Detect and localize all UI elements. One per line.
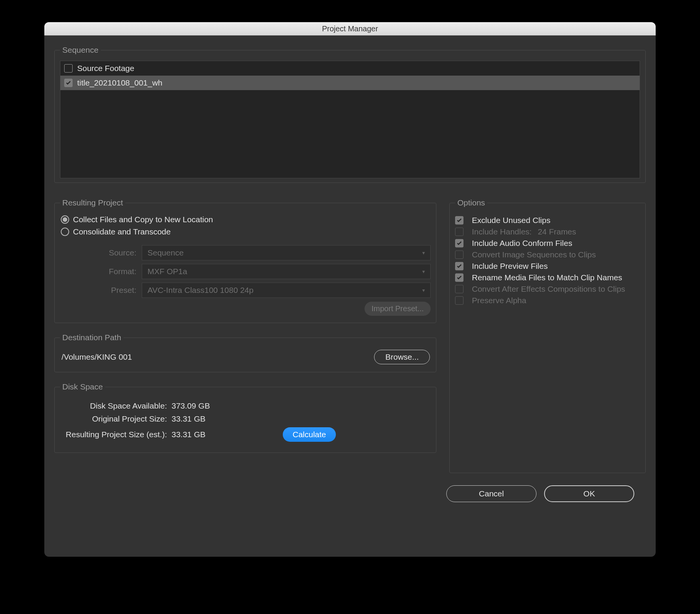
option-suffix: 24 Frames [538,227,576,236]
format-value: MXF OP1a [147,267,187,276]
disk-original-value: 33.31 GB [172,414,206,423]
source-select: Sequence ▾ [142,245,431,260]
import-preset-button: Import Preset... [365,302,431,316]
sequence-fieldset: Sequence Source Footage title_20210108_0… [54,45,646,183]
option-row: Convert Image Sequences to Clips [455,250,640,259]
checkbox-icon [455,296,463,305]
source-label: Source: [83,248,136,257]
checkbox-icon [455,250,463,259]
destination-fieldset: Destination Path /Volumes/KING 001 Brows… [54,333,436,372]
calculate-button[interactable]: Calculate [283,427,336,442]
option-row[interactable]: Include Preview Files [455,262,640,271]
radio-icon[interactable] [61,215,69,224]
options-fieldset: Options Exclude Unused ClipsInclude Hand… [449,198,646,473]
preset-select: AVC-Intra Class100 1080 24p ▾ [142,283,431,298]
option-label: Include Handles: [472,227,531,236]
disk-available-label: Disk Space Available: [60,401,167,410]
checkbox-icon[interactable] [64,64,73,73]
option-row: Convert After Effects Compositions to Cl… [455,284,640,294]
ok-button[interactable]: OK [544,485,634,502]
option-label: Include Preview Files [472,262,548,271]
option-row: Preserve Alpha [455,296,640,305]
radio-icon[interactable] [61,228,69,236]
destination-legend: Destination Path [60,333,123,342]
disk-space-fieldset: Disk Space Disk Space Available: 373.09 … [54,382,436,453]
sequence-list[interactable]: Source Footage title_20210108_001_wh [60,61,640,178]
chevron-down-icon: ▾ [422,250,425,256]
option-row: Include Handles: 24 Frames [455,227,640,236]
disk-original-label: Original Project Size: [60,414,167,423]
checkbox-icon[interactable] [64,79,73,87]
sequence-row[interactable]: title_20210108_001_wh [60,76,640,90]
option-label: Convert Image Sequences to Clips [472,250,596,259]
checkbox-icon [455,285,463,293]
option-row[interactable]: Include Audio Conform Files [455,239,640,248]
window-title: Project Manager [322,24,378,33]
browse-button[interactable]: Browse... [374,350,430,364]
options-legend: Options [455,198,487,207]
checkbox-icon[interactable] [455,273,463,282]
checkbox-icon[interactable] [455,239,463,247]
sequence-row[interactable]: Source Footage [60,61,640,76]
resulting-legend: Resulting Project [60,198,125,207]
option-row[interactable]: Exclude Unused Clips [455,216,640,225]
option-row[interactable]: Rename Media Files to Match Clip Names [455,273,640,282]
option-label: Convert After Effects Compositions to Cl… [472,284,625,294]
preset-label: Preset: [83,286,136,295]
radio-label: Consolidate and Transcode [73,227,171,236]
source-value: Sequence [147,248,184,257]
preset-value: AVC-Intra Class100 1080 24p [147,286,253,295]
project-manager-window: Project Manager Sequence Source Footage … [44,22,656,557]
format-label: Format: [83,267,136,276]
option-label: Include Audio Conform Files [472,239,572,248]
checkbox-icon [455,228,463,236]
radio-label: Collect Files and Copy to New Location [73,215,213,224]
sequence-item-label: title_20210108_001_wh [77,78,162,87]
radio-collect[interactable]: Collect Files and Copy to New Location [61,215,431,224]
option-label: Rename Media Files to Match Clip Names [472,273,622,282]
chevron-down-icon: ▾ [422,287,425,293]
format-select: MXF OP1a ▾ [142,264,431,279]
disk-resulting-value: 33.31 GB [172,430,206,439]
chevron-down-icon: ▾ [422,268,425,275]
cancel-button[interactable]: Cancel [446,485,536,502]
destination-path: /Volumes/KING 001 [62,352,132,362]
disk-legend: Disk Space [60,382,105,391]
checkbox-icon[interactable] [455,216,463,225]
sequence-item-label: Source Footage [77,64,134,73]
option-label: Exclude Unused Clips [472,216,550,225]
checkbox-icon[interactable] [455,262,463,270]
sequence-legend: Sequence [60,45,101,55]
disk-resulting-label: Resulting Project Size (est.): [60,430,167,439]
disk-available-value: 373.09 GB [172,401,210,410]
radio-transcode[interactable]: Consolidate and Transcode [61,227,431,236]
option-label: Preserve Alpha [472,296,526,305]
title-bar: Project Manager [44,22,656,36]
resulting-project-fieldset: Resulting Project Collect Files and Copy… [54,198,436,323]
